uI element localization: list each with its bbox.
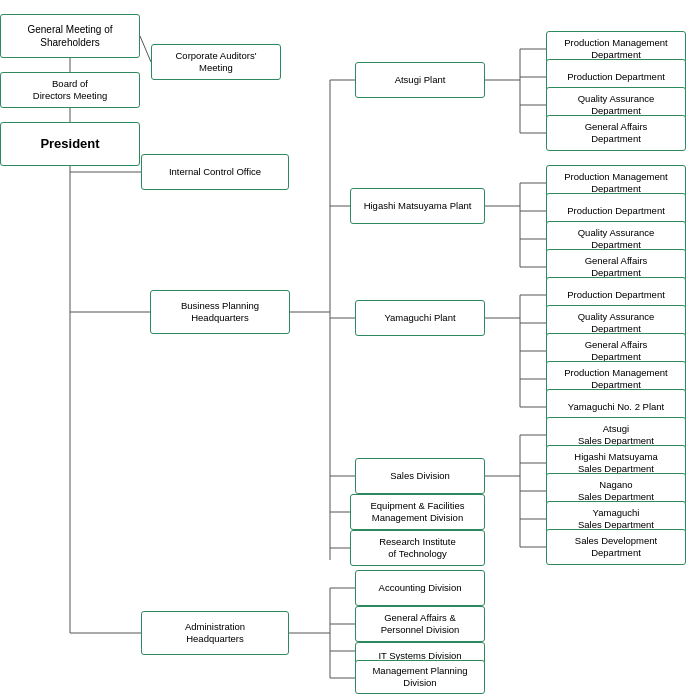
- board-of-directors-node: Board ofDirectors Meeting: [0, 72, 140, 108]
- internal-control-node: Internal Control Office: [141, 154, 289, 190]
- general-affairs-personnel-node: General Affairs &Personnel Division: [355, 606, 485, 642]
- president-node: President: [0, 122, 140, 166]
- accounting-div-node: Accounting Division: [355, 570, 485, 606]
- administration-hq-node: AdministrationHeadquarters: [141, 611, 289, 655]
- org-chart: General Meeting ofShareholders Corporate…: [0, 0, 690, 694]
- atsugi-ga-node: General AffairsDepartment: [546, 115, 686, 151]
- sales-dev-node: Sales DevelopmentDepartment: [546, 529, 686, 565]
- management-planning-node: Management PlanningDivision: [355, 660, 485, 694]
- yamaguchi-plant-node: Yamaguchi Plant: [355, 300, 485, 336]
- atsugi-plant-node: Atsugi Plant: [355, 62, 485, 98]
- equipment-division-node: Equipment & FacilitiesManagement Divisio…: [350, 494, 485, 530]
- general-meeting-node: General Meeting ofShareholders: [0, 14, 140, 58]
- higashi-plant-node: Higashi Matsuyama Plant: [350, 188, 485, 224]
- corporate-auditors-node: Corporate Auditors'Meeting: [151, 44, 281, 80]
- svg-line-1: [140, 36, 151, 62]
- sales-division-node: Sales Division: [355, 458, 485, 494]
- business-planning-node: Business PlanningHeadquarters: [150, 290, 290, 334]
- research-institute-node: Research Instituteof Technology: [350, 530, 485, 566]
